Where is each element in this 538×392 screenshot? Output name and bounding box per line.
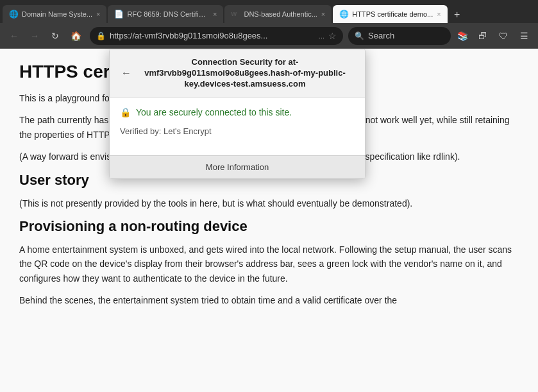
page-para5: A home entertainment system is unboxed, … xyxy=(19,243,519,285)
search-text: Search xyxy=(368,31,394,40)
secure-line: 🔒 You are securely connected to this sit… xyxy=(120,107,355,117)
search-icon: 🔍 xyxy=(355,31,364,40)
back-button[interactable]: ← xyxy=(5,27,23,45)
lock-icon: 🔒 xyxy=(96,31,106,40)
tab4-close[interactable]: × xyxy=(437,10,441,18)
url-text: https://at-vmf3rvbb9g011smoi9o8u8gees... xyxy=(110,31,315,40)
page-para6: Behind the scenes, the entertainment sys… xyxy=(19,293,519,307)
bookmark-icon[interactable]: ☆ xyxy=(328,31,337,41)
popup-header: ← Connection Security for at-vmf3rvbb9g0… xyxy=(110,49,365,98)
secure-message: You are securely connected to this site. xyxy=(136,107,292,117)
tab1-label: Domain Name Syste... xyxy=(22,10,92,18)
address-bar[interactable]: 🔒 https://at-vmf3rvbb9g011smoi9o8u8gees.… xyxy=(90,27,343,45)
reload-button[interactable]: ↻ xyxy=(46,27,64,45)
tab3-close[interactable]: × xyxy=(321,10,325,18)
forward-button[interactable]: → xyxy=(26,27,44,45)
page-para4: (This is not presently provided by the t… xyxy=(19,196,519,210)
menu-button[interactable]: ☰ xyxy=(515,27,533,45)
tab3-favicon: w xyxy=(231,10,240,19)
provisioning-heading: Provisioning a non-routing device xyxy=(19,218,519,235)
verified-by-text: Verified by: Let's Encrypt xyxy=(120,126,355,136)
home-button[interactable]: 🏠 xyxy=(67,27,85,45)
tab-rfc8659[interactable]: 📄 RFC 8659: DNS Certifica... × xyxy=(108,5,223,23)
popup-title: Connection Security for at-vmf3rvbb9g011… xyxy=(134,57,356,90)
page-content: ← Connection Security for at-vmf3rvbb9g0… xyxy=(0,49,538,392)
tab4-favicon: 🌐 xyxy=(339,10,348,19)
tab-bar: 🌐 Domain Name Syste... × 📄 RFC 8659: DNS… xyxy=(0,0,538,23)
tab2-favicon: 📄 xyxy=(114,10,123,19)
tab2-close[interactable]: × xyxy=(213,10,217,18)
more-info-button[interactable]: More Information xyxy=(110,155,365,178)
security-popup: ← Connection Security for at-vmf3rvbb9g0… xyxy=(109,49,366,179)
tab1-favicon: 🌐 xyxy=(9,10,18,19)
more-button[interactable]: ... xyxy=(319,32,324,40)
toolbar: ← → ↻ 🏠 🔒 https://at-vmf3rvbb9g011smoi9o… xyxy=(0,23,538,49)
popup-body: 🔒 You are securely connected to this sit… xyxy=(110,98,365,155)
tab-domain-name[interactable]: 🌐 Domain Name Syste... × xyxy=(3,5,106,23)
tab-https-demo[interactable]: 🌐 HTTPS certificate demo... × xyxy=(333,5,447,23)
green-lock-icon: 🔒 xyxy=(120,107,131,117)
synced-tabs-button[interactable]: 🗗 xyxy=(474,27,492,45)
bookmarks-button[interactable]: 📚 xyxy=(453,27,471,45)
tab1-close[interactable]: × xyxy=(96,10,100,18)
browser-window: 🌐 Domain Name Syste... × 📄 RFC 8659: DNS… xyxy=(0,0,538,392)
tab-dns-based[interactable]: w DNS-based Authentic... × xyxy=(224,5,332,23)
new-tab-button[interactable]: + xyxy=(449,6,466,23)
search-bar[interactable]: 🔍 Search xyxy=(348,27,451,45)
tab3-label: DNS-based Authentic... xyxy=(244,10,317,18)
tab2-label: RFC 8659: DNS Certifica... xyxy=(127,10,209,18)
popup-back-button[interactable]: ← xyxy=(119,65,134,81)
extensions-button[interactable]: 🛡 xyxy=(494,27,512,45)
tab4-label: HTTPS certificate demo... xyxy=(352,10,433,18)
